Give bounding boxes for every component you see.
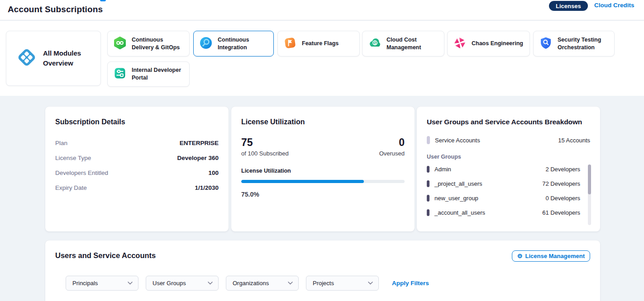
detail-label: License Type [55, 155, 91, 161]
clipped-breadcrumb-fragment [100, 0, 106, 1]
detail-value: Developer 360 [177, 155, 219, 161]
module-card-chaos-engineering[interactable]: Chaos Engineering [447, 31, 530, 56]
service-accounts-label: Service Accounts [435, 137, 480, 144]
module-card-continuous-delivery[interactable]: Continuous Delivery & GitOps [107, 31, 190, 56]
gear-icon: ⚙ [517, 253, 523, 259]
license-management-label: License Management [525, 253, 585, 259]
apply-filters-link[interactable]: Apply Filters [392, 280, 429, 287]
organizations-filter-dropdown[interactable]: Organizations [226, 276, 299, 291]
breakdown-title: User Groups and Service Accounts Breakdo… [427, 118, 590, 126]
module-label: Cloud Cost Management [386, 36, 439, 52]
breakdown-card: User Groups and Service Accounts Breakdo… [417, 107, 600, 231]
subscription-details-rows: Plan ENTERPRISE License Type Developer 3… [55, 136, 219, 195]
users-section-title: Users and Service Accounts [55, 251, 590, 260]
overused-block: 0 Overused [379, 137, 405, 157]
cloud-credits-tab[interactable]: Cloud Credits [594, 2, 634, 9]
license-management-button[interactable]: ⚙ License Management [512, 250, 590, 262]
user-group-value: 61 Developers [542, 209, 580, 216]
module-card-feature-flags[interactable]: Feature Flags [277, 31, 360, 56]
used-block: 75 of 100 Subscribed [241, 137, 289, 157]
chevron-down-icon [128, 282, 133, 285]
detail-value: ENTERPRISE [180, 140, 219, 146]
service-accounts-marker-icon [427, 136, 430, 144]
used-count: 75 [241, 137, 289, 148]
subscription-details-title: Subscription Details [55, 118, 219, 126]
dropdown-label: Projects [313, 280, 334, 287]
module-card-internal-developer-portal[interactable]: Internal Developer Portal [107, 61, 190, 87]
dropdown-label: User Groups [153, 280, 186, 287]
security-testing-icon [539, 36, 553, 52]
detail-label: Expiry Date [55, 184, 87, 191]
overused-count: 0 [379, 137, 405, 148]
user-groups-list: Admin 2 Developers _project_all_users 72… [427, 162, 590, 220]
principals-filter-dropdown[interactable]: Principals [66, 276, 138, 291]
module-label: Security Testing Orchestration [558, 36, 609, 52]
utilization-bar-track [241, 180, 405, 183]
module-label: Continuous Integration [218, 36, 268, 52]
feature-flags-icon [283, 36, 297, 52]
user-group-name: _project_all_users [434, 180, 482, 187]
continuous-delivery-icon [113, 36, 127, 52]
module-card-continuous-integration[interactable]: Continuous Integration [193, 31, 274, 56]
user-group-marker-icon [427, 180, 429, 187]
scrollbar-track [588, 165, 591, 225]
detail-row-expiry-date: Expiry Date 1/1/2030 [55, 180, 219, 195]
license-utilization-card: License Utilization 75 of 100 Subscribed… [231, 107, 415, 231]
user-groups-filter-dropdown[interactable]: User Groups [146, 276, 219, 291]
all-modules-overview-label: All Modules Overview [43, 48, 85, 68]
user-group-marker-icon [427, 166, 429, 173]
internal-developer-portal-icon [113, 66, 127, 82]
user-group-name: Admin [434, 166, 451, 173]
detail-row-plan: Plan ENTERPRISE [55, 136, 219, 150]
chaos-engineering-icon [453, 36, 467, 52]
licenses-tab[interactable]: Licenses [549, 1, 588, 11]
chevron-down-icon [208, 282, 213, 285]
user-group-marker-icon [427, 195, 429, 202]
user-group-row: _project_all_users 72 Developers [427, 176, 580, 191]
user-group-row: Admin 2 Developers [427, 162, 580, 176]
module-label: Chaos Engineering [472, 40, 523, 47]
user-groups-section-label: User Groups [427, 154, 590, 160]
dropdown-label: Organizations [233, 280, 269, 287]
user-group-marker-icon [427, 209, 429, 216]
utilization-bar-fill [241, 180, 364, 183]
utilization-numbers: 75 of 100 Subscribed 0 Overused [241, 137, 405, 157]
detail-value: 100 [208, 169, 219, 176]
projects-filter-dropdown[interactable]: Projects [306, 276, 379, 291]
continuous-integration-icon [199, 36, 213, 52]
module-label: Feature Flags [302, 40, 339, 47]
chevron-down-icon [368, 282, 373, 285]
service-accounts-row: Service Accounts 15 Accounts [427, 136, 590, 144]
overused-caption: Overused [379, 150, 405, 157]
module-label: Internal Developer Portal [132, 66, 184, 82]
user-group-row: _account_all_users 61 Developers [427, 205, 580, 220]
used-caption: of 100 Subscribed [241, 150, 289, 157]
account-subscriptions-page: Account Subscriptions Licenses Cloud Cre… [0, 0, 644, 301]
utilization-bar-label: License Utilization [241, 168, 405, 174]
detail-value: 1/1/2030 [195, 184, 219, 191]
dropdown-label: Principals [72, 280, 98, 287]
cloud-cost-management-icon: $ [368, 36, 382, 52]
module-card-cloud-cost-management[interactable]: $ Cloud Cost Management [362, 31, 444, 56]
module-selector-bar: All Modules Overview Continuous Delivery… [0, 21, 644, 96]
filters-row: Principals User Groups Organizations Pro… [66, 276, 429, 291]
svg-text:$: $ [374, 40, 376, 45]
page-title: Account Subscriptions [8, 5, 103, 14]
module-label: Continuous Delivery & GitOps [132, 36, 184, 52]
detail-label: Plan [55, 140, 67, 146]
page-header: Account Subscriptions Licenses Cloud Cre… [0, 0, 644, 20]
subscription-details-card: Subscription Details Plan ENTERPRISE Lic… [45, 107, 229, 231]
all-modules-icon [16, 47, 37, 70]
module-card-security-testing[interactable]: Security Testing Orchestration [533, 31, 615, 56]
scrollbar-thumb[interactable] [588, 165, 591, 194]
user-group-name: new_user_group [434, 195, 478, 202]
service-accounts-value: 15 Accounts [558, 137, 590, 144]
chevron-down-icon [288, 282, 293, 285]
license-utilization-title: License Utilization [241, 118, 405, 126]
user-group-value: 72 Developers [542, 180, 580, 187]
user-group-row: new_user_group 0 Developers [427, 191, 580, 205]
user-group-name: _account_all_users [434, 209, 485, 216]
user-group-value: 0 Developers [545, 195, 580, 202]
detail-label: Developers Entitled [55, 169, 108, 176]
all-modules-overview-card[interactable]: All Modules Overview [6, 31, 101, 86]
